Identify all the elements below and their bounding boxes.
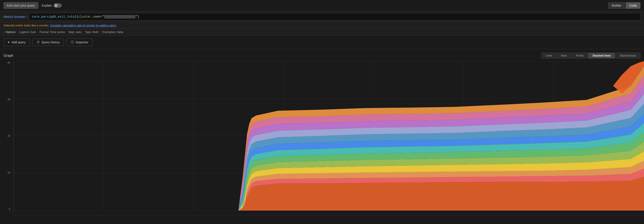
options-row: › Options Legend: Auto Format: Time seri… xyxy=(0,29,644,36)
chart-container: 40 30 20 10 0 xyxy=(0,61,644,215)
inspector-button[interactable]: ⓘ Inspector xyxy=(66,38,92,46)
explain-container: Explain xyxy=(42,3,62,8)
explain-label: Explain xyxy=(42,4,52,7)
options-toggle[interactable]: › Options xyxy=(4,30,16,34)
metrics-browser-button[interactable]: Metrics browser xyxy=(4,14,29,19)
query-label-key: cluster_name xyxy=(78,15,100,18)
query-history-button[interactable]: ⏱ Query history xyxy=(32,38,64,46)
options-format: Format: Time series xyxy=(40,30,65,34)
chart-svg xyxy=(14,61,644,211)
toolbar-left: Kick start your query Explain xyxy=(4,2,62,9)
query-equals: =" xyxy=(100,15,104,18)
query-input[interactable]: core_parsigdb_exit_total{cluster_name=" … xyxy=(29,13,640,20)
query-row: Metrics browser core_parsigdb_exit_total… xyxy=(0,11,644,22)
warning-link[interactable]: Consider calculating rate of counter by … xyxy=(50,24,117,27)
graph-section: Graph Lines Bars Points Stacked lines St… xyxy=(0,49,644,215)
add-query-button[interactable]: + Add query xyxy=(4,38,30,46)
info-icon: ⓘ xyxy=(71,40,74,44)
explain-toggle[interactable] xyxy=(54,3,62,8)
add-query-label: Add query xyxy=(12,40,26,44)
toolbar-right: Builder Code xyxy=(608,2,640,9)
chart-type-stacked-bars[interactable]: Stacked bars xyxy=(615,53,640,58)
inspector-label: Inspector xyxy=(76,40,88,44)
code-button[interactable]: Code xyxy=(626,2,640,9)
action-bar: + Add query ⏱ Query history ⓘ Inspector xyxy=(0,36,644,49)
y-label-20: 20 xyxy=(8,134,10,138)
query-label-value xyxy=(104,15,136,18)
options-step: Step: auto xyxy=(68,30,81,34)
chart-type-points[interactable]: Points xyxy=(572,53,588,58)
y-label-30: 30 xyxy=(8,98,10,101)
builder-button[interactable]: Builder xyxy=(608,2,625,9)
options-type: Type: Both xyxy=(85,30,99,34)
query-history-label: Query history xyxy=(42,40,60,44)
query-close-quote: "} xyxy=(136,15,139,18)
y-label-40: 40 xyxy=(8,61,10,64)
graph-title: Graph xyxy=(4,54,13,58)
options-chevron-icon: › xyxy=(4,30,4,34)
chart-type-bars[interactable]: Bars xyxy=(557,53,571,58)
query-metric-name: core_parsigdb_exit_total xyxy=(32,15,76,18)
options-exemplars: Exemplars: false xyxy=(102,30,123,34)
plus-icon: + xyxy=(8,40,10,44)
chart-type-buttons: Lines Bars Points Stacked lines Stacked … xyxy=(541,53,640,58)
y-label-0: 0 xyxy=(9,208,10,211)
warning-row: Selected metric looks like a counter. Co… xyxy=(0,22,644,29)
graph-header: Graph Lines Bars Points Stacked lines St… xyxy=(0,53,644,61)
chart-type-stacked-lines[interactable]: Stacked lines xyxy=(588,53,615,58)
y-axis: 40 30 20 10 0 xyxy=(0,61,12,215)
options-legend: Legend: Auto xyxy=(19,30,36,34)
top-toolbar: Kick start your query Explain Builder Co… xyxy=(0,0,644,11)
warning-text: Selected metric looks like a counter. xyxy=(4,24,49,27)
history-icon: ⏱ xyxy=(36,40,40,44)
kick-start-button[interactable]: Kick start your query xyxy=(4,2,38,9)
chart-inner xyxy=(13,61,644,215)
query-open-brace: { xyxy=(76,15,78,18)
y-label-10: 10 xyxy=(8,171,10,174)
options-label: Options xyxy=(6,30,16,34)
chart-type-lines[interactable]: Lines xyxy=(541,53,556,58)
